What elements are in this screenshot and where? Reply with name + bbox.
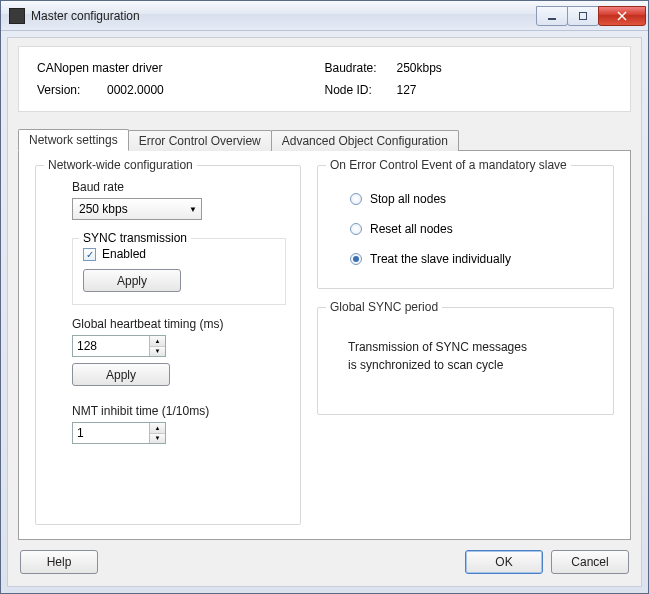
tab-panel-network: Network-wide configuration Baud rate 250… [18,150,631,540]
client-area: CANopen master driver Baudrate: 250kbps … [7,37,642,587]
sync-enabled-checkbox[interactable]: ✓ [83,248,96,261]
sync-period-text: Transmission of SYNC messages is synchro… [332,318,599,400]
group-network-wide-legend: Network-wide configuration [44,158,197,172]
check-icon: ✓ [86,249,94,260]
baud-rate-value: 250 kbps [79,202,128,216]
radio-individual-label: Treat the slave individually [370,252,511,266]
heartbeat-input[interactable] [73,336,149,356]
baud-rate-select[interactable]: 250 kbps ▼ [72,198,202,220]
group-error-control-event: On Error Control Event of a mandatory sl… [317,165,614,289]
spin-down-icon[interactable]: ▼ [150,347,165,357]
error-event-legend: On Error Control Event of a mandatory sl… [326,158,571,172]
sync-apply-button[interactable]: Apply [83,269,181,292]
baud-rate-label: Baud rate [72,180,286,194]
maximize-icon [579,12,587,20]
radio-reset-all-label: Reset all nodes [370,222,453,236]
close-button[interactable] [598,6,646,26]
nmt-label: NMT inhibit time (1/10ms) [72,404,286,418]
window-frame: Master configuration CANopen master driv… [0,0,649,594]
window-buttons [537,6,646,26]
sync-enabled-label: Enabled [102,247,146,261]
nmt-spinner[interactable]: ▲ ▼ [72,422,166,444]
group-network-wide: Network-wide configuration Baud rate 250… [35,165,301,525]
minimize-button[interactable] [536,6,568,26]
help-button[interactable]: Help [20,550,98,574]
sync-period-line2: is synchronized to scan cycle [348,356,591,374]
tab-network-settings[interactable]: Network settings [18,129,129,151]
cancel-button[interactable]: Cancel [551,550,629,574]
spinner-buttons: ▲ ▼ [149,336,165,356]
spin-up-icon[interactable]: ▲ [150,336,165,347]
footer-spacer [106,550,457,574]
minimize-icon [548,18,556,20]
sync-period-line1: Transmission of SYNC messages [348,338,591,356]
radio-treat-individually[interactable] [350,253,362,265]
radio-stop-all-label: Stop all nodes [370,192,446,206]
version-label: Version: [37,79,107,101]
heartbeat-label: Global heartbeat timing (ms) [72,317,286,331]
close-icon [617,11,627,21]
group-sync-transmission: SYNC transmission ✓ Enabled Apply [72,238,286,305]
info-panel: CANopen master driver Baudrate: 250kbps … [18,46,631,112]
group-global-sync-period: Global SYNC period Transmission of SYNC … [317,307,614,415]
titlebar[interactable]: Master configuration [1,1,648,31]
nodeid-value: 127 [397,79,417,101]
driver-name: CANopen master driver [37,57,162,79]
spinner-buttons: ▲ ▼ [149,423,165,443]
radio-stop-all[interactable] [350,193,362,205]
baudrate-value: 250kbps [397,57,442,79]
baudrate-label: Baudrate: [325,57,397,79]
spin-down-icon[interactable]: ▼ [150,434,165,444]
dialog-footer: Help OK Cancel [18,540,631,576]
maximize-button[interactable] [567,6,599,26]
sync-period-legend: Global SYNC period [326,300,442,314]
sync-legend: SYNC transmission [79,231,191,245]
radio-reset-all[interactable] [350,223,362,235]
window-title: Master configuration [31,9,537,23]
tab-error-control-overview[interactable]: Error Control Overview [128,130,272,151]
tab-advanced-object-configuration[interactable]: Advanced Object Configuration [271,130,459,151]
ok-button[interactable]: OK [465,550,543,574]
version-value: 0002.0000 [107,79,164,101]
tab-bar: Network settings Error Control Overview … [18,128,631,150]
app-icon [9,8,25,24]
chevron-down-icon: ▼ [189,205,197,214]
nmt-input[interactable] [73,423,149,443]
spin-up-icon[interactable]: ▲ [150,423,165,434]
heartbeat-spinner[interactable]: ▲ ▼ [72,335,166,357]
nodeid-label: Node ID: [325,79,397,101]
heartbeat-apply-button[interactable]: Apply [72,363,170,386]
